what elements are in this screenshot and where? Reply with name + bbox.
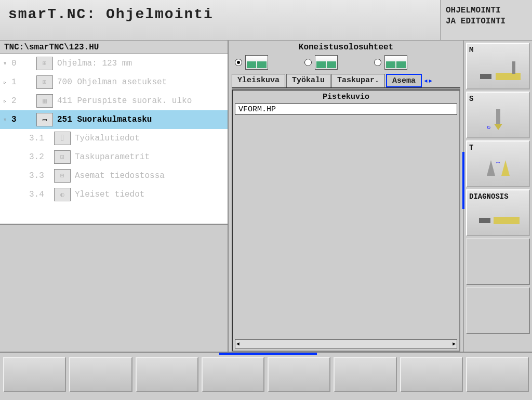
softkey-4[interactable] [202,357,264,392]
tree-num: 3.1 [29,134,50,143]
tree-arrow-icon: ▹ [3,97,11,105]
radio-option-2[interactable] [304,55,338,70]
tree-num: 0 [11,59,32,68]
pattern-label: Pistekuvio [233,91,459,104]
radio-icon [235,59,242,66]
horizontal-scrollbar[interactable]: ◄ ► [235,339,457,349]
radio-icon [374,59,381,66]
tab-yleiskuva[interactable]: Yleiskuva [232,74,285,87]
radio-thumb-icon [384,55,407,70]
tree-row-3.3[interactable]: 3.3⊟Asemat tiedostossa [0,166,228,185]
svg-text:↔: ↔ [496,159,500,166]
scroll-left-icon[interactable]: ◄ [236,341,240,347]
side-button-icon [469,201,527,233]
tree-node-icon: ▭ [36,113,53,126]
side-button-icon: ↔ [469,152,527,184]
scroll-right-icon[interactable]: ► [453,341,456,347]
tree-label: Työkalutiedot [75,134,228,143]
program-tree[interactable]: ▿0⊞Ohjelma: 123 mm▹1⊞700 Ohjelman asetuk… [0,54,228,225]
softkey-7[interactable] [400,357,463,392]
side-button-label: DIAGNOSIS [469,192,527,201]
tree-row-0[interactable]: ▿0⊞Ohjelma: 123 mm [0,54,228,73]
tree-node-icon: ⊞ [36,75,53,89]
tree-row-3.4[interactable]: 3.4◐Yleiset tiedot [0,185,228,204]
tree-arrow-icon: ▿ [3,60,11,68]
tree-row-3.1[interactable]: 3.1⌷Työkalutiedot [0,129,228,148]
svg-rect-2 [512,61,515,74]
softkey-1[interactable] [3,357,66,392]
svg-marker-4 [494,124,502,130]
tree-num: 2 [11,96,32,106]
tree-node-icon: ◐ [54,188,71,201]
softkey-8[interactable] [466,357,529,392]
side-button-icon: ↻ [469,103,527,135]
selection-indicator [462,152,464,209]
svg-marker-6 [487,160,495,176]
svg-rect-9 [494,217,520,224]
app-title: smarT.NC: Ohjelmointi [0,0,441,40]
tree-row-3.2[interactable]: 3.2⊡Taskuparametrit [0,148,228,166]
tree-arrow-icon: ▹ [3,79,11,86]
tree-num: 3.4 [29,190,50,199]
softkey-3[interactable] [136,357,198,392]
side-button-diagnosis[interactable]: DIAGNOSIS [466,189,530,236]
tree-num: 3.2 [29,152,50,162]
side-button-label: S [469,95,527,103]
tree-label: Yleiset tiedot [75,190,228,199]
softkey-2[interactable] [69,357,132,392]
tree-row-1[interactable]: ▹1⊞700 Ohjelman asetukset [0,73,228,92]
conditions-title: Koneistusolosuhteet [232,43,460,52]
tab-content: Pistekuvio ◄ ► [232,89,460,352]
tab-työkalu[interactable]: Työkalu [286,74,330,87]
tree-num: 3.3 [29,171,50,180]
radio-option-3[interactable] [374,55,407,70]
mode-line2: JA EDITOINTI [446,16,527,27]
machining-mode-radios [232,54,460,74]
tree-num: 1 [11,78,32,87]
radio-thumb-icon [315,55,338,70]
side-button-m[interactable]: M [466,43,530,89]
pattern-file-input[interactable] [235,104,457,115]
tree-row-3[interactable]: ▿3▭251 Suorakulmatasku [0,110,228,129]
tree-label: Taskuparametrit [75,152,228,162]
tree-label: 251 Suorakulmatasku [57,115,228,124]
mode-line1: OHJELMOINTI [446,5,527,16]
softkey-6[interactable] [334,357,396,392]
svg-rect-0 [496,73,521,80]
tree-node-icon: ⊡ [54,150,71,164]
svg-text:↻: ↻ [487,124,490,131]
tree-node-icon: ⌷ [54,132,71,145]
tree-node-icon: ⊞ [36,57,53,70]
tree-label: 411 Peruspiste suorak. ulko [57,96,228,106]
tree-row-2[interactable]: ▹2▦411 Peruspiste suorak. ulko [0,92,228,110]
side-button-t[interactable]: T↔ [466,140,530,187]
softkey-page-indicator [219,353,317,355]
tree-node-icon: ▦ [36,94,53,108]
softkey-5[interactable] [268,357,330,392]
side-button-icon [469,54,527,86]
side-button-empty [466,287,530,334]
radio-option-1[interactable] [235,55,268,70]
svg-marker-7 [501,160,510,176]
tree-node-icon: ⊟ [54,169,71,183]
tree-num: 3 [11,115,32,124]
side-button-label: M [469,46,527,54]
side-button-empty [466,238,530,285]
tab-bar: YleiskuvaTyökaluTaskupar.Asema◂▸ [232,74,460,88]
tab-asema[interactable]: Asema [386,74,422,87]
file-path: TNC:\smarTNC\123.HU [0,41,228,54]
side-button-s[interactable]: S↻ [466,92,530,138]
svg-rect-1 [480,74,491,79]
mode-indicator: OHJELMOINTI JA EDITOINTI [441,0,532,40]
radio-icon [304,59,312,66]
tab-taskupar[interactable]: Taskupar. [331,74,385,87]
radio-thumb-icon [245,55,268,70]
side-button-label: T [469,144,527,152]
svg-rect-10 [479,218,490,223]
tree-label: Ohjelma: 123 mm [57,59,228,68]
tab-scroll-icon[interactable]: ◂▸ [423,74,433,87]
left-empty-panel [0,225,228,352]
tree-arrow-icon: ▿ [3,116,11,124]
softkey-bar [0,352,532,396]
tree-label: Asemat tiedostossa [75,171,228,180]
